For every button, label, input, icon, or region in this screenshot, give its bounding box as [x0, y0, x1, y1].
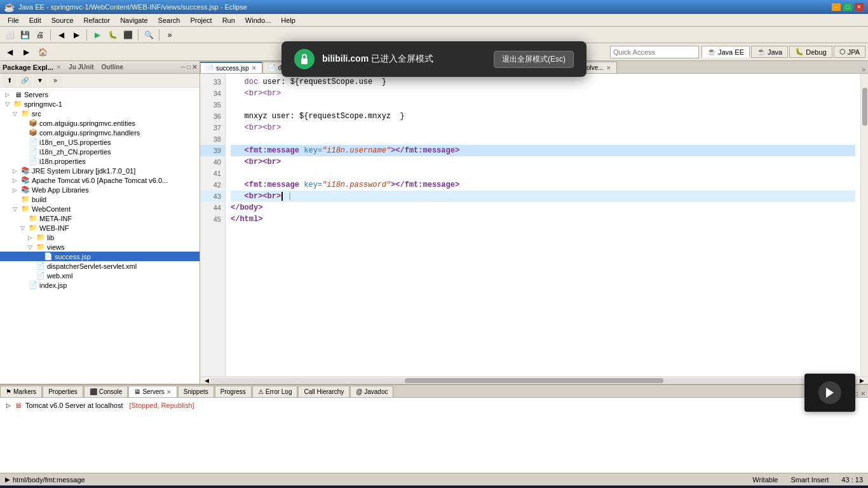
quick-access-input[interactable] — [610, 46, 699, 58]
tab-properties-label: Properties — [48, 388, 78, 395]
views-icon: 📁 — [36, 243, 46, 251]
tab-callhierarchy[interactable]: Call Hierarchy — [298, 386, 349, 397]
play-button[interactable] — [818, 381, 841, 404]
tree-item-i18n-en[interactable]: 📄 i18n_en_US.properties — [0, 137, 200, 147]
panel-close-icon[interactable]: ✕ — [192, 64, 197, 71]
tree-item-i18n-zh[interactable]: 📄 i18n_zh_CN.properties — [0, 147, 200, 156]
debug-button[interactable]: 🐛 — [105, 29, 119, 41]
tree-item-lib[interactable]: ▷ 📁 lib — [0, 233, 200, 242]
tree-item-jre[interactable]: ▷ 📚 JRE System Library [jdk1.7.0_01] — [0, 166, 200, 175]
tree-item-src[interactable]: ▽ 📁 src — [0, 109, 200, 118]
tree-label-build: build — [32, 196, 197, 203]
maximize-button[interactable]: □ — [843, 3, 853, 11]
tab-console[interactable]: ⬛ Console — [84, 386, 128, 397]
tree-label-springmvc: springmvc-1 — [24, 100, 197, 108]
markers-icon: ⚑ — [6, 388, 11, 395]
h-scroll-left[interactable]: ◀ — [203, 377, 210, 384]
tree-item-servers[interactable]: ▷ 🖥 Servers — [0, 90, 200, 99]
tab-errorlog[interactable]: ⚠ Error Log — [252, 386, 298, 397]
h-scroll-thumb[interactable] — [405, 378, 664, 383]
video-thumbnail[interactable] — [804, 374, 855, 412]
collapse-all[interactable]: ⬆ — [3, 74, 17, 87]
back-button[interactable]: ◀ — [54, 29, 68, 41]
tab-javadoc[interactable]: @ Javadoc — [350, 386, 393, 397]
exit-fullscreen-button[interactable]: 退出全屏模式(Esc) — [494, 51, 574, 68]
v-scroll-thumb[interactable] — [862, 88, 867, 126]
tree-item-webcontent[interactable]: ▽ 📁 WebContent — [0, 204, 200, 214]
tab-markers[interactable]: ⚑ Markers — [0, 386, 42, 397]
menu-file[interactable]: File — [3, 15, 24, 25]
nav-back[interactable]: ◀ — [3, 46, 17, 58]
tab-properties[interactable]: Properties — [43, 386, 83, 397]
forward-button[interactable]: ▶ — [69, 29, 83, 41]
menu-source[interactable]: Source — [46, 15, 79, 25]
tree-item-handlers[interactable]: 📦 com.atguigu.springmvc.handlers — [0, 128, 200, 137]
tab-viewresolve-close[interactable]: ✕ — [606, 65, 611, 71]
tree-item-i18n[interactable]: 📄 i18n.properties — [0, 156, 200, 166]
tab-success-jsp[interactable]: 📄 success.jsp ✕ — [200, 62, 262, 73]
editor-tabs-more[interactable]: » — [862, 66, 865, 73]
tab-servers[interactable]: 🖥 Servers ✕ — [128, 386, 177, 397]
new-button[interactable]: ⬜ — [3, 29, 17, 41]
perspective-javaee[interactable]: ☕ Java EE — [702, 46, 750, 58]
tree-item-success-jsp[interactable]: 📄 success.jsp — [0, 252, 200, 261]
explorer-menu[interactable]: ▼ — [33, 74, 47, 87]
toolbar-more[interactable]: » — [163, 29, 177, 41]
menu-navigate[interactable]: Navigate — [115, 15, 153, 25]
h-scroll-right[interactable]: ▶ — [858, 377, 865, 384]
menu-run[interactable]: Run — [217, 15, 240, 25]
code-line-37: <br><br> — [231, 122, 855, 133]
perspective-java[interactable]: ☕ Java — [751, 46, 788, 58]
tree-label-entities: com.atguigu.springmvc.entities — [39, 119, 197, 127]
tree-item-views[interactable]: ▽ 📁 views — [0, 242, 200, 252]
svg-marker-1 — [826, 388, 834, 398]
run-button[interactable]: ▶ — [90, 29, 104, 41]
nav-forward[interactable]: ▶ — [19, 46, 33, 58]
tree-item-entities[interactable]: 📦 com.atguigu.springmvc.entities — [0, 118, 200, 128]
link-editor[interactable]: 🔗 — [18, 74, 32, 87]
i18n-icon: 📄 — [28, 157, 38, 165]
tree-item-build[interactable]: 📁 build — [0, 194, 200, 204]
tree-item-tomcat[interactable]: ▷ 📚 Apache Tomcat v6.0 [Apache Tomcat v6… — [0, 175, 200, 185]
tree-item-webinf[interactable]: ▽ 📁 WEB-INF — [0, 223, 200, 233]
tree-item-indexjsp[interactable]: 📄 index.jsp — [0, 280, 200, 290]
menu-search[interactable]: Search — [153, 15, 186, 25]
tree-item-metainf[interactable]: 📁 META-INF — [0, 214, 200, 223]
server-item[interactable]: ▷ 🖥 Tomcat v6.0 Server at localhost [Sto… — [5, 400, 863, 410]
panel-maximize-icon[interactable]: □ — [187, 64, 191, 71]
tree-item-springmvc[interactable]: ▽ 📁 springmvc-1 — [0, 99, 200, 109]
tree-item-webapp-libs[interactable]: ▷ 📚 Web App Libraries — [0, 185, 200, 194]
lib-icon: 📁 — [36, 233, 46, 241]
menu-refactor[interactable]: Refactor — [79, 15, 116, 25]
h-scrollbar[interactable] — [210, 378, 858, 383]
close-button[interactable]: ✕ — [854, 3, 864, 11]
bottom-panel-close[interactable]: ✕ — [860, 390, 865, 397]
save-button[interactable]: 💾 — [18, 29, 32, 41]
search-button[interactable]: 🔍 — [142, 29, 156, 41]
vertical-scrollbar[interactable] — [860, 74, 868, 376]
tree-arrow-tomcat: ▷ — [13, 177, 20, 184]
perspective-jpa[interactable]: ⬡ JPA — [834, 46, 865, 58]
print-button[interactable]: 🖨 — [33, 29, 47, 41]
minimize-button[interactable]: ─ — [831, 3, 841, 11]
tab-success-jsp-close[interactable]: ✕ — [252, 65, 257, 71]
tree-item-dispatcher-xml[interactable]: 📄 dispatcherServlet-servlet.xml — [0, 261, 200, 271]
menu-window[interactable]: Windo... — [240, 15, 276, 25]
server-expand-arrow[interactable]: ▷ — [6, 402, 11, 409]
tab-progress[interactable]: Progress — [215, 386, 252, 397]
bottom-content: ▷ 🖥 Tomcat v6.0 Server at localhost [Sto… — [0, 398, 868, 473]
menu-edit[interactable]: Edit — [24, 15, 46, 25]
nav-up[interactable]: 🏠 — [36, 46, 50, 58]
menu-help[interactable]: Help — [276, 15, 301, 25]
code-content[interactable]: doc user: ${requestScope.use } <br><br> … — [226, 74, 860, 376]
tab-servers-close[interactable]: ✕ — [166, 389, 172, 395]
tab-snippets[interactable]: Snippets — [178, 386, 214, 397]
explorer-more[interactable]: » — [48, 74, 62, 87]
tree-item-webxml[interactable]: 📄 web.xml — [0, 271, 200, 280]
stop-button[interactable]: ⬛ — [121, 29, 135, 41]
i18n-zh-icon: 📄 — [28, 147, 38, 156]
menu-project[interactable]: Project — [185, 15, 217, 25]
panel-minimize-icon[interactable]: ─ — [181, 64, 186, 71]
tree-label-jre: JRE System Library [jdk1.7.0_01] — [32, 167, 197, 175]
perspective-debug[interactable]: 🐛 Debug — [789, 46, 832, 58]
